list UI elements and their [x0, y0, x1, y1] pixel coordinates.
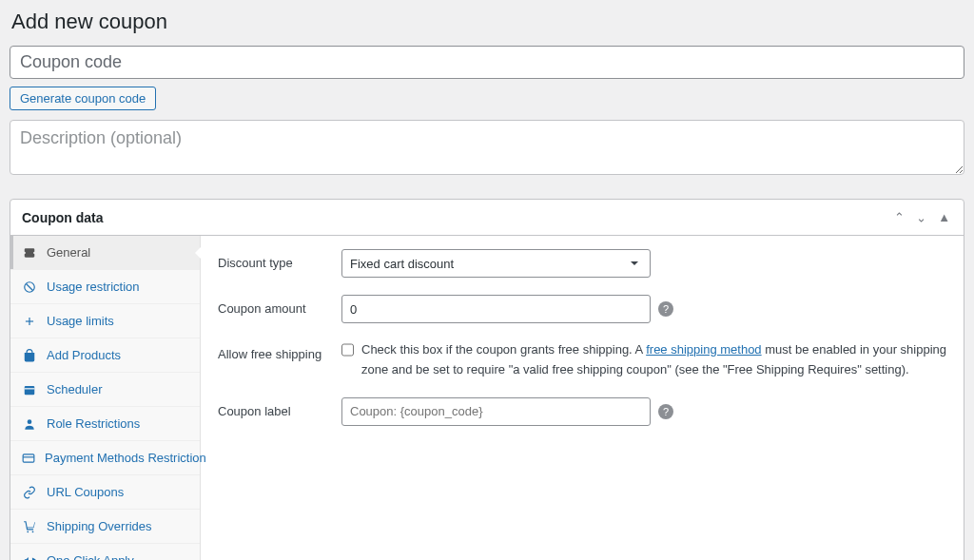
svg-point-11 [32, 531, 34, 532]
sidebar-item-label: General [47, 245, 90, 260]
description-textarea[interactable] [10, 120, 964, 175]
panel-header-title: Coupon data [22, 210, 104, 225]
discount-type-select[interactable]: Fixed cart discount [341, 249, 651, 278]
sidebar-item-role-restrictions[interactable]: Role Restrictions [10, 407, 200, 441]
panel-move-up-icon[interactable]: ⌃ [892, 209, 906, 225]
free-shipping-method-link[interactable]: free shipping method [646, 342, 761, 357]
user-icon [22, 417, 37, 431]
ban-icon [22, 280, 37, 294]
bag-icon [22, 349, 37, 362]
allow-free-shipping-label: Allow free shipping [218, 340, 341, 361]
sidebar-item-label: Shipping Overrides [47, 519, 152, 533]
allow-free-shipping-checkbox[interactable] [341, 342, 354, 357]
svg-point-10 [27, 531, 29, 532]
sidebar-item-label: One Click Apply [47, 553, 134, 560]
coupon-data-sidebar: General Usage restriction Usage limits A… [10, 236, 201, 560]
coupon-amount-label: Coupon amount [218, 295, 341, 316]
generate-coupon-code-button[interactable]: Generate coupon code [10, 87, 156, 110]
ticket-icon [22, 246, 37, 260]
sidebar-item-label: Usage restriction [47, 280, 140, 294]
coupon-label-input[interactable] [341, 397, 651, 426]
sidebar-item-label: Role Restrictions [47, 416, 140, 431]
sidebar-item-shipping-overrides[interactable]: Shipping Overrides [10, 510, 200, 544]
sidebar-item-payment-methods-restriction[interactable]: Payment Methods Restriction [10, 441, 200, 475]
sidebar-item-label: Add Products [47, 348, 121, 362]
sidebar-item-label: Scheduler [47, 382, 103, 396]
sidebar-item-label: Usage limits [47, 314, 114, 328]
free-shipping-description: Check this box if the coupon grants free… [361, 340, 946, 380]
panel-header-controls: ⌃ ⌃ ▲ [892, 209, 952, 225]
help-icon[interactable]: ? [658, 404, 673, 419]
sidebar-item-general[interactable]: General [10, 236, 200, 270]
svg-line-1 [27, 283, 33, 290]
panel-move-down-icon[interactable]: ⌃ [914, 209, 928, 225]
card-icon [22, 452, 35, 465]
sidebar-item-label: Payment Methods Restriction [45, 451, 206, 465]
page-title: Add new coupon [11, 10, 964, 34]
calendar-icon [22, 383, 37, 396]
svg-rect-8 [23, 454, 34, 461]
coupon-data-content: Discount type Fixed cart discount Coupon… [201, 236, 964, 560]
coupon-data-panel: Coupon data ⌃ ⌃ ▲ General Usage restrict… [10, 199, 964, 560]
plus-icon [22, 315, 37, 328]
coupon-amount-input[interactable] [341, 295, 651, 323]
sidebar-item-one-click-apply[interactable]: One Click Apply [10, 544, 200, 560]
sidebar-item-label: URL Coupons [47, 485, 124, 499]
announce-icon [22, 554, 37, 561]
sidebar-item-usage-restriction[interactable]: Usage restriction [10, 270, 200, 304]
sidebar-item-usage-limits[interactable]: Usage limits [10, 304, 200, 338]
sidebar-item-scheduler[interactable]: Scheduler [10, 373, 200, 407]
panel-collapse-icon[interactable]: ▲ [936, 209, 952, 225]
panel-header: Coupon data ⌃ ⌃ ▲ [10, 200, 964, 236]
cart-icon [22, 520, 37, 533]
sidebar-item-url-coupons[interactable]: URL Coupons [10, 475, 200, 510]
link-icon [22, 486, 37, 499]
coupon-label-label: Coupon label [218, 397, 341, 418]
svg-point-7 [28, 419, 32, 424]
discount-type-label: Discount type [218, 249, 341, 270]
help-icon[interactable]: ? [658, 301, 673, 317]
coupon-code-input[interactable] [10, 46, 964, 79]
sidebar-item-add-products[interactable]: Add Products [10, 338, 200, 373]
